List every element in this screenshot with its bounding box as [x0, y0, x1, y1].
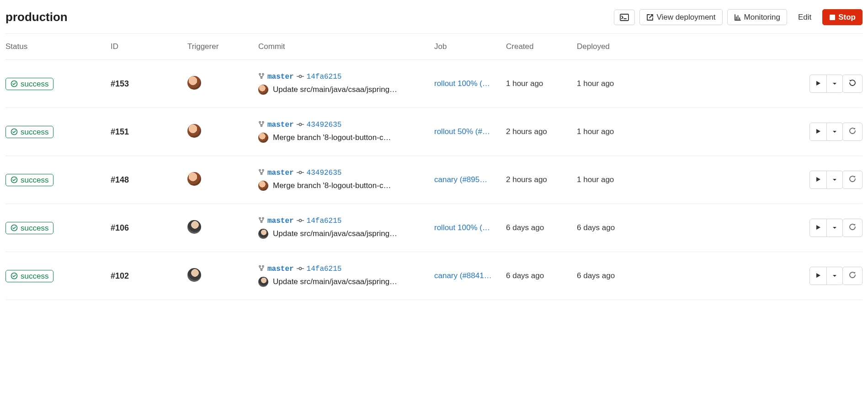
svg-point-14	[262, 169, 264, 171]
triggerer-avatar[interactable]	[187, 220, 201, 234]
job-link[interactable]: rollout 50% (#…	[434, 127, 498, 136]
commit-message[interactable]: Update src/main/java/csaa/jspring…	[273, 85, 397, 94]
play-button[interactable]	[809, 171, 827, 189]
play-button[interactable]	[809, 219, 827, 237]
play-button[interactable]	[809, 123, 827, 141]
commit-message[interactable]: Merge branch '8-logout-button-c…	[273, 133, 391, 142]
play-button[interactable]	[809, 75, 827, 93]
table-row: success#148 master 43492635 Merge branch…	[5, 156, 863, 204]
play-button[interactable]	[809, 267, 827, 285]
svg-point-10	[261, 125, 262, 126]
deployed-time: 1 hour ago	[577, 127, 668, 136]
job-link[interactable]: rollout 100% (…	[434, 223, 498, 232]
view-deployment-label: View deployment	[656, 13, 715, 21]
edit-button[interactable]: Edit	[792, 10, 818, 25]
status-badge[interactable]: success	[5, 126, 53, 138]
deployment-id[interactable]: #102	[111, 271, 187, 281]
branch-link[interactable]: master	[267, 265, 294, 273]
status-badge[interactable]: success	[5, 270, 53, 282]
check-circle-icon	[11, 128, 18, 135]
branch-icon	[258, 169, 265, 177]
play-dropdown[interactable]	[827, 219, 843, 237]
deployment-id[interactable]: #148	[111, 175, 187, 185]
commit-sha-link[interactable]: 14fa6215	[307, 217, 342, 225]
caret-down-icon	[832, 272, 837, 280]
branch-icon	[258, 265, 265, 273]
author-avatar[interactable]	[258, 181, 268, 191]
author-avatar[interactable]	[258, 229, 268, 239]
rollback-button[interactable]	[842, 267, 863, 285]
commit-sha-link[interactable]: 14fa6215	[307, 265, 342, 273]
triggerer-avatar[interactable]	[187, 124, 201, 138]
author-avatar[interactable]	[258, 85, 268, 95]
deployed-time: 1 hour ago	[577, 79, 668, 88]
commit-sha-link[interactable]: 14fa6215	[307, 73, 342, 81]
commit-cell: master 14fa6215 Update src/main/java/csa…	[258, 73, 434, 95]
job-link[interactable]: canary (#895…	[434, 175, 498, 184]
play-icon	[815, 128, 821, 136]
caret-down-icon	[832, 224, 837, 232]
svg-point-9	[262, 121, 264, 123]
rollback-icon	[848, 127, 857, 137]
triggerer-avatar[interactable]	[187, 76, 201, 90]
col-commit: Commit	[258, 42, 434, 51]
check-circle-icon	[11, 224, 18, 231]
svg-point-20	[261, 221, 262, 222]
row-actions	[668, 219, 863, 237]
svg-point-8	[259, 121, 261, 123]
commit-sha-link[interactable]: 43492635	[307, 121, 342, 129]
status-badge[interactable]: success	[5, 78, 53, 90]
col-job: Job	[434, 42, 506, 51]
play-icon	[815, 176, 821, 184]
play-dropdown[interactable]	[827, 75, 843, 93]
monitoring-button[interactable]: Monitoring	[727, 9, 787, 25]
commit-sha-link[interactable]: 43492635	[307, 169, 342, 177]
stop-label: Stop	[838, 13, 856, 21]
status-badge[interactable]: success	[5, 174, 53, 186]
rollback-button[interactable]	[842, 123, 863, 141]
deployment-id[interactable]: #151	[111, 127, 187, 137]
status-label: success	[21, 128, 48, 136]
branch-link[interactable]: master	[267, 73, 294, 81]
commit-message[interactable]: Update src/main/java/csaa/jspring…	[273, 229, 397, 238]
svg-point-11	[299, 123, 301, 125]
job-link[interactable]: canary (#8841…	[434, 271, 498, 280]
branch-link[interactable]: master	[267, 121, 294, 129]
commit-message[interactable]: Update src/main/java/csaa/jspring…	[273, 277, 397, 286]
deployment-id[interactable]: #106	[111, 223, 187, 233]
play-dropdown[interactable]	[827, 267, 843, 285]
svg-point-21	[299, 219, 301, 221]
triggerer-avatar[interactable]	[187, 268, 201, 282]
author-avatar[interactable]	[258, 277, 268, 287]
view-deployment-button[interactable]: View deployment	[639, 9, 722, 25]
status-label: success	[21, 80, 48, 88]
stop-button[interactable]: Stop	[822, 9, 863, 25]
caret-down-icon	[832, 80, 837, 88]
deployment-id[interactable]: #153	[111, 79, 187, 89]
branch-link[interactable]: master	[267, 169, 294, 177]
commit-message[interactable]: Merge branch '8-logout-button-c…	[273, 181, 391, 190]
commit-cell: master 43492635 Merge branch '8-logout-b…	[258, 169, 434, 191]
header-actions: View deployment Monitoring Edit Stop	[614, 9, 863, 25]
play-icon	[815, 224, 821, 232]
triggerer-avatar[interactable]	[187, 172, 201, 186]
author-avatar[interactable]	[258, 133, 268, 143]
table-row: success#106 master 14fa6215 Update src/m…	[5, 204, 863, 252]
job-link[interactable]: rollout 100% (…	[434, 79, 498, 88]
row-actions	[668, 123, 863, 141]
svg-point-13	[259, 169, 261, 171]
play-dropdown[interactable]	[827, 171, 843, 189]
row-actions	[668, 171, 863, 189]
rollback-button[interactable]	[842, 171, 863, 189]
rollback-button[interactable]	[842, 219, 863, 237]
branch-link[interactable]: master	[267, 217, 294, 225]
status-badge[interactable]: success	[5, 222, 53, 234]
play-dropdown[interactable]	[827, 123, 843, 141]
svg-point-5	[261, 77, 262, 78]
deployed-time: 6 days ago	[577, 223, 668, 232]
terminal-button[interactable]	[614, 10, 635, 25]
created-time: 6 days ago	[506, 271, 577, 280]
svg-point-3	[259, 73, 261, 75]
table-rows: success#153 master 14fa6215 Update src/m…	[5, 60, 863, 300]
rollback-button[interactable]	[842, 75, 863, 93]
